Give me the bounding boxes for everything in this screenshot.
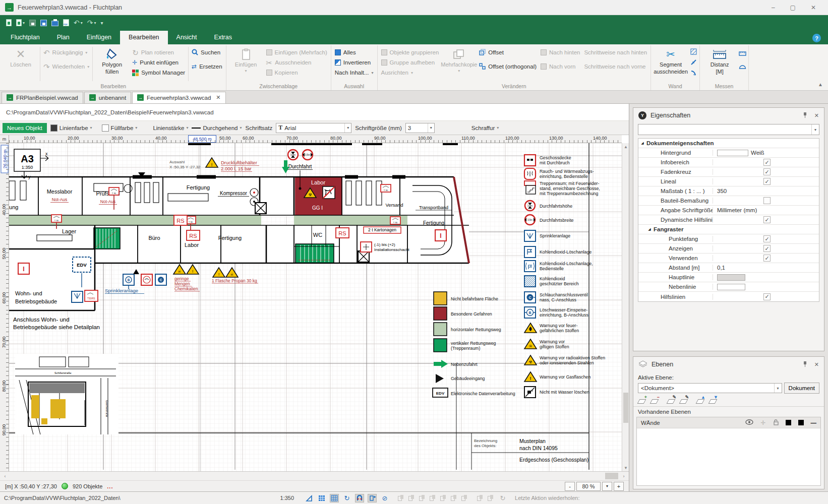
wall-corner-icon[interactable]: [689, 69, 698, 77]
scroll-up-icon[interactable]: ▲: [622, 143, 629, 150]
grid-lines-icon[interactable]: [330, 494, 339, 502]
grid-icon[interactable]: [317, 494, 326, 502]
scroll-left-icon[interactable]: ‹: [1, 472, 9, 480]
object-selector-combo[interactable]: ▾: [638, 124, 819, 135]
property-row[interactable]: Angabe SchriftgrößenMillimeter (mm): [638, 206, 819, 215]
new-object-button[interactable]: Neues Objekt: [3, 123, 47, 133]
invert-selection-button[interactable]: Invertieren: [333, 57, 376, 68]
checkbox-checked[interactable]: [763, 178, 771, 185]
property-row[interactable]: Lineal: [638, 177, 819, 186]
offset-button[interactable]: Offset: [477, 47, 539, 57]
new-file-icon[interactable]: [6, 19, 12, 26]
line-color-picker[interactable]: Linienfarbe▾: [50, 124, 92, 132]
document-layer-button[interactable]: Dokument: [784, 383, 819, 394]
checkbox-checked[interactable]: [763, 245, 771, 252]
layer-lock-icon[interactable]: [773, 419, 779, 426]
cut-segment-button[interactable]: ✂Segmentausschneiden: [653, 45, 689, 83]
pdf-export-icon[interactable]: [63, 19, 69, 26]
property-row[interactable]: Anzeigen: [638, 244, 819, 254]
snap-magnet-icon[interactable]: [355, 494, 364, 502]
property-row[interactable]: HintergrundWeiß: [638, 148, 819, 158]
checkbox-checked[interactable]: [763, 216, 771, 223]
section-header[interactable]: Fangraster: [654, 226, 683, 232]
snap-angle-icon[interactable]: [305, 494, 314, 502]
property-row[interactable]: Nebenlinie: [638, 282, 819, 292]
background-color-swatch[interactable]: [717, 150, 748, 156]
layer-row-waende[interactable]: WÄnde ✛ —: [637, 417, 820, 428]
select-by-content-button[interactable]: Nach Inhalt...▾: [333, 68, 376, 78]
close-panel-icon[interactable]: ✕: [814, 112, 819, 119]
doc-tab-frplanbeispiel[interactable]: →FRPlanBeispiel.vwwcad: [2, 92, 83, 103]
move-layer-up-icon[interactable]: ▲: [696, 397, 705, 404]
pin-icon[interactable]: [803, 112, 807, 118]
checkbox-unchecked[interactable]: [763, 197, 771, 204]
new-from-template-icon[interactable]: ▾: [16, 19, 25, 26]
layer-line-color-swatch[interactable]: [786, 420, 791, 425]
tab-ansicht[interactable]: Ansicht: [168, 31, 206, 44]
edit-layer-icon[interactable]: ✎: [680, 397, 688, 404]
zoom-level[interactable]: 80 %: [576, 482, 601, 491]
font-size-select[interactable]: 3▾: [405, 123, 435, 133]
fill-color-picker[interactable]: Füllfarbe▾: [102, 124, 138, 132]
line-width-picker[interactable]: Linienstärke▾: [153, 125, 188, 131]
property-row[interactable]: Abstand [m]0,1: [638, 263, 819, 273]
property-row[interactable]: Verwenden: [638, 254, 819, 263]
sub-gridline-swatch[interactable]: [717, 284, 745, 290]
help-icon[interactable]: ?: [812, 34, 821, 42]
wall-join-icon[interactable]: [689, 58, 698, 67]
property-row[interactable]: Maßstab ( 1 : ... )350: [638, 186, 819, 196]
property-row[interactable]: Bauteil-Bemaßung: [638, 196, 819, 206]
hatch-picker[interactable]: Schraffur▾: [471, 125, 499, 131]
pin-icon[interactable]: [803, 361, 807, 367]
protractor-icon[interactable]: [738, 62, 747, 71]
save-as-icon[interactable]: [40, 20, 47, 26]
layer-linestyle-swatch[interactable]: —: [811, 420, 817, 426]
checkbox-checked[interactable]: [763, 168, 771, 175]
line-style-picker[interactable]: Durchgehend▾: [192, 125, 242, 131]
checkbox-checked[interactable]: [763, 255, 771, 262]
property-row[interactable]: Infobereich: [638, 158, 819, 167]
select-all-button[interactable]: Alles: [333, 47, 376, 57]
distance-button[interactable]: Distanz[M]: [701, 45, 738, 83]
checkbox-checked[interactable]: [763, 159, 771, 166]
doc-tab-unbenannt[interactable]: →unbenannt: [84, 92, 131, 103]
collapse-ribbon-icon[interactable]: ▲: [818, 82, 823, 87]
replace-button[interactable]: ⇄Ersetzen: [190, 61, 224, 72]
property-row[interactable]: Fadenkreuz: [638, 167, 819, 177]
symbol-manager-button[interactable]: Symbol Manager: [130, 68, 187, 78]
search-button[interactable]: Suchen: [190, 47, 224, 57]
active-layer-combo[interactable]: <Dokument>▾: [638, 383, 782, 393]
move-layer-down-icon[interactable]: ▼: [709, 397, 718, 404]
horizontal-scrollbar[interactable]: ‹ ›: [0, 471, 629, 480]
layer-snap-icon[interactable]: ✛: [760, 419, 765, 426]
maximize-button[interactable]: ▢: [790, 4, 796, 11]
main-gridline-swatch[interactable]: [717, 274, 745, 281]
zoom-out-button[interactable]: -: [565, 482, 575, 491]
close-panel-icon[interactable]: ✕: [814, 361, 819, 368]
scroll-right-icon[interactable]: ›: [620, 472, 628, 480]
measure-small-icon[interactable]: [738, 49, 747, 58]
rename-layer-icon[interactable]: ✎: [667, 397, 676, 404]
wall-hatch-icon[interactable]: [689, 47, 698, 56]
insert-point-button[interactable]: ✛Punkt einfügen: [130, 57, 187, 68]
scroll-down-icon[interactable]: ▼: [622, 464, 629, 471]
layer-visibility-icon[interactable]: [745, 419, 753, 426]
print-icon[interactable]: [51, 19, 58, 26]
layer-fill-color-swatch[interactable]: [798, 420, 804, 425]
doc-tab-feuerwehrplan3[interactable]: →Feuerwehrplan3.vwwcad✕: [132, 92, 225, 103]
property-row[interactable]: Dynamische Hilfslinien: [638, 215, 819, 225]
tab-extras[interactable]: Extras: [206, 31, 241, 44]
zoom-in-button[interactable]: +: [614, 482, 624, 491]
remove-layer-icon[interactable]: −: [650, 397, 659, 404]
customize-toolbar-icon[interactable]: ▾: [101, 20, 103, 26]
refresh-icon[interactable]: ↻: [342, 494, 351, 502]
tab-bearbeiten[interactable]: Bearbeiten: [120, 31, 167, 44]
property-row[interactable]: Punktefang: [638, 234, 819, 244]
offset-orthogonal-button[interactable]: Offset (orthogonal): [477, 61, 539, 72]
section-header[interactable]: Dokumenteigenschaften: [646, 140, 714, 146]
fill-polygon-button[interactable]: Polygonfüllen: [94, 45, 130, 83]
point-snap-icon[interactable]: [368, 494, 377, 502]
checkbox-checked[interactable]: [763, 235, 771, 242]
checkbox-checked[interactable]: [763, 293, 771, 300]
zoom-dropdown-icon[interactable]: ▾: [602, 482, 612, 491]
